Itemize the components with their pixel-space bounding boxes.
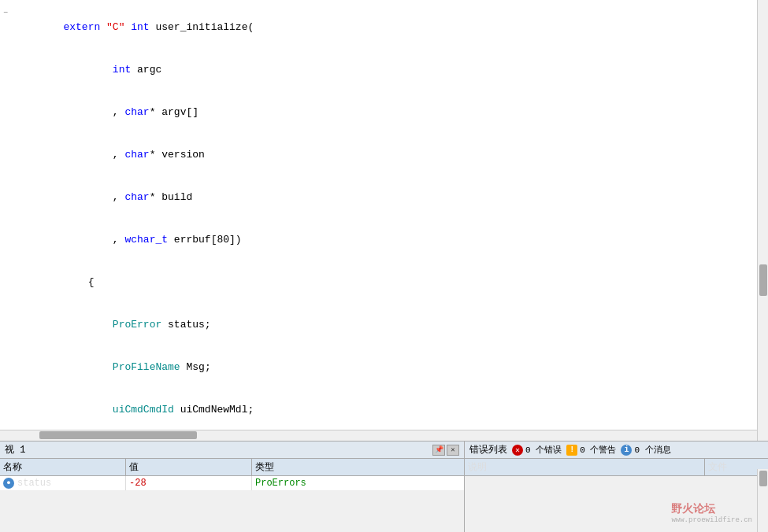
scrollbar-thumb-h[interactable] — [39, 431, 197, 439]
info-icon: i — [621, 445, 632, 456]
var-icon: ● — [3, 478, 14, 489]
code-line-4: , char* version — [0, 134, 757, 176]
var-table-header: 名称 值 类型 — [0, 459, 464, 476]
code-line-8: ProError status; — [0, 304, 757, 346]
var-scrollbar-thumb[interactable] — [759, 471, 767, 486]
variables-panel: 视 1 📌 ✕ 名称 值 类型 ● status -28 ProErrors — [0, 441, 465, 532]
code-container: − extern "C" int user_initialize( int ar… — [0, 0, 768, 441]
var-panel-title: 视 1 — [5, 443, 25, 456]
code-line-7: { — [0, 261, 757, 304]
var-type: ProErrors — [252, 476, 464, 490]
watermark-sub: www.proewildfire.cn — [671, 516, 752, 524]
error-panel-header: 错误列表 ✕ 0 个错误 ! 0 个警告 i 0 个消息 — [465, 441, 768, 459]
error-panel-title: 错误列表 — [469, 443, 507, 456]
warning-count: ! 0 个警告 — [566, 444, 616, 456]
str-c: "C" — [106, 21, 124, 33]
error-table-header: 说明 文件 — [465, 459, 768, 476]
panel-controls: 📌 ✕ — [432, 445, 459, 456]
code-line-9: ProFileName Msg; — [0, 346, 757, 389]
var-panel-header: 视 1 📌 ✕ — [0, 441, 464, 459]
code-line-5: , char* build — [0, 176, 757, 219]
col-name: 名称 — [0, 459, 126, 475]
horizontal-scrollbar[interactable] — [0, 430, 757, 441]
var-row: ● status -28 ProErrors — [0, 476, 464, 491]
pin-button[interactable]: 📌 — [432, 445, 445, 456]
info-count: i 0 个消息 — [621, 444, 670, 456]
code-line-10: uiCmdCmdId uiCmdNewMdl; — [0, 389, 757, 431]
vertical-scrollbar[interactable] — [757, 0, 768, 441]
code-line-2: int argc — [0, 49, 757, 91]
error-icon: ✕ — [512, 445, 523, 456]
collapse-1[interactable]: − — [0, 6, 11, 20]
col-type: 类型 — [252, 459, 464, 475]
bottom-area: 视 1 📌 ✕ 名称 值 类型 ● status -28 ProErrors — [0, 441, 768, 532]
code-line-3: , char* argv[] — [0, 91, 757, 134]
watermark: 野火论坛 www.proewildfire.cn — [671, 502, 752, 524]
kw-int: int — [124, 21, 155, 33]
editor-area: − extern "C" int user_initialize( int ar… — [0, 0, 768, 441]
error-count: ✕ 0 个错误 — [512, 444, 562, 456]
code-line-1: − extern "C" int user_initialize( — [0, 6, 757, 49]
var-scrollbar[interactable] — [757, 469, 768, 532]
error-col-desc: 说明 — [465, 459, 705, 475]
watermark-main: 野火论坛 — [671, 502, 752, 516]
kw-extern: extern — [63, 21, 106, 33]
scrollbar-thumb-v[interactable] — [759, 264, 767, 296]
code-line-6: , wchar_t errbuf[80]) — [0, 219, 757, 261]
warning-icon: ! — [566, 445, 577, 456]
fn-name: user_initialize( — [155, 21, 254, 33]
error-panel: 错误列表 ✕ 0 个错误 ! 0 个警告 i 0 个消息 说明 文件 野火论坛 … — [465, 441, 768, 532]
var-name: ● status — [0, 476, 126, 490]
close-panel-button[interactable]: ✕ — [447, 445, 459, 456]
var-value: -28 — [126, 476, 252, 490]
var-table: 名称 值 类型 ● status -28 ProErrors — [0, 459, 464, 532]
col-value: 值 — [126, 459, 252, 475]
